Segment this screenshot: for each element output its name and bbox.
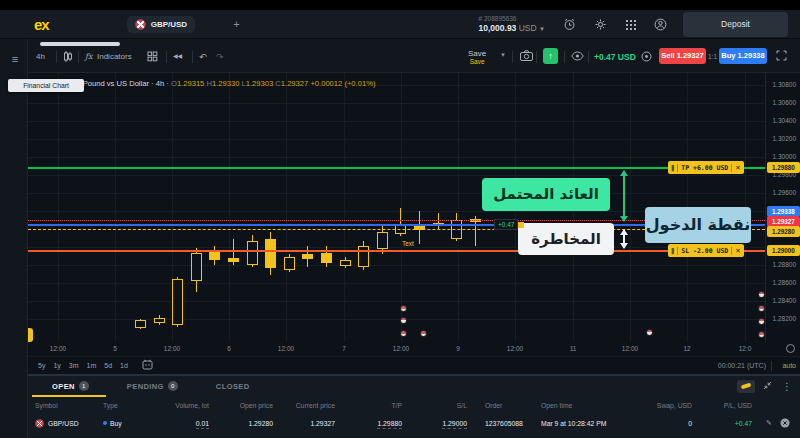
fx-icon[interactable]: ƒx bbox=[85, 52, 92, 61]
tab-pending[interactable]: PENDING0 bbox=[127, 381, 178, 391]
annotation-entry-point[interactable]: نقطة الدخول bbox=[645, 207, 751, 243]
stop-loss-line[interactable] bbox=[28, 250, 765, 252]
target-icon[interactable] bbox=[641, 51, 652, 64]
h-gridline bbox=[28, 265, 765, 266]
tp-price-badge: 1.29880 bbox=[767, 162, 800, 173]
row-volume[interactable]: 0.01 bbox=[196, 420, 209, 429]
event-marker-icon[interactable] bbox=[400, 317, 407, 324]
tp-label[interactable]: ∥TP +6.00 USD ✕ bbox=[668, 161, 744, 174]
settings-gear-icon[interactable] bbox=[594, 18, 607, 31]
account-number: # 208895636 bbox=[479, 15, 545, 23]
timeframe-button[interactable]: 4h bbox=[36, 52, 45, 61]
row-symbol: GBP/USD bbox=[48, 420, 79, 427]
sell-button[interactable]: Sell 1.29327 bbox=[659, 48, 706, 64]
chart-plot-area[interactable]: Great Britain Pound vs US Dollar · 4h · … bbox=[28, 73, 765, 342]
row-tp[interactable]: 1.29880 bbox=[377, 420, 402, 429]
annotation-risk[interactable]: المخاطرة bbox=[518, 223, 614, 255]
annotation-potential-return[interactable]: العائد المحتمل bbox=[482, 178, 610, 211]
range-1d[interactable]: 1d bbox=[120, 362, 128, 369]
session-clock[interactable]: 00:00:21 (UTC) bbox=[718, 362, 766, 369]
positions-panel: OPEN1 PENDING0 CLOSED ⋮ Symbol Type Volu… bbox=[28, 374, 800, 438]
account-switcher[interactable]: # 208895636 10,000.93 USD ▼ bbox=[479, 15, 545, 33]
save-button: Save bbox=[468, 49, 486, 58]
event-marker-icon[interactable] bbox=[758, 331, 765, 338]
price-tick: 1.30400 bbox=[766, 117, 796, 124]
take-profit-line[interactable] bbox=[28, 167, 765, 169]
instrument-tab-gbpusd[interactable]: GBP/USD bbox=[127, 16, 195, 33]
floating-pl: +0.47 USD bbox=[594, 52, 636, 62]
tab-open[interactable]: OPEN1 bbox=[52, 381, 89, 391]
profile-icon[interactable] bbox=[654, 18, 667, 31]
position-row[interactable]: GBP/USD Buy 0.01 1.29280 1.29327 1.29880… bbox=[28, 412, 800, 434]
event-marker-icon[interactable] bbox=[758, 318, 765, 325]
edit-position-icon[interactable]: ✎ bbox=[756, 419, 776, 427]
event-marker-icon[interactable] bbox=[758, 305, 765, 312]
h-gridline bbox=[28, 175, 765, 176]
risk-ratio: 1:1 bbox=[708, 53, 717, 60]
price-tick: 1.30200 bbox=[766, 135, 796, 142]
price-tick: 1.30800 bbox=[766, 81, 796, 88]
deposit-button[interactable]: Deposit bbox=[683, 12, 788, 37]
menu-hamburger-icon[interactable]: ≡ bbox=[8, 53, 22, 65]
h-gridline bbox=[28, 103, 765, 104]
account-currency: USD bbox=[519, 23, 537, 33]
price-tick: 1.29600 bbox=[766, 189, 796, 196]
calendar-icon[interactable] bbox=[142, 359, 153, 372]
account-balance: 10,000.93 bbox=[479, 23, 517, 33]
buy-button[interactable]: Buy 1.29338 bbox=[719, 48, 767, 64]
tab-scroll-indicator[interactable] bbox=[40, 42, 120, 46]
candlestick bbox=[191, 253, 202, 282]
event-marker-icon[interactable] bbox=[646, 329, 653, 336]
quick-buy-button[interactable]: ↑ bbox=[543, 48, 558, 64]
tp-close-icon[interactable]: ✕ bbox=[731, 164, 743, 172]
sl-close-icon[interactable]: ✕ bbox=[731, 247, 743, 255]
event-marker-icon[interactable] bbox=[400, 305, 407, 312]
row-open-price: 1.29280 bbox=[213, 420, 277, 427]
gbp-flag-icon bbox=[135, 19, 146, 30]
edge-marker bbox=[28, 328, 33, 342]
save-chevron-icon[interactable]: ▼ bbox=[500, 52, 506, 58]
event-marker-icon[interactable] bbox=[420, 330, 427, 337]
event-marker-icon[interactable] bbox=[400, 330, 407, 337]
camera-icon[interactable] bbox=[520, 50, 533, 63]
time-tick: 5 bbox=[113, 345, 117, 352]
save-tooltip: Save bbox=[468, 58, 486, 65]
chart-style-icon[interactable] bbox=[63, 51, 73, 64]
range-3m[interactable]: 3m bbox=[69, 362, 79, 369]
price-axis[interactable]: 1.29880 1.29338 1.29327 1.29280 1.29000 … bbox=[765, 73, 800, 342]
position-pl-tag[interactable]: +0.47 bbox=[494, 219, 518, 230]
range-1m[interactable]: 1m bbox=[87, 362, 97, 369]
collapse-panel-icon[interactable] bbox=[763, 381, 772, 392]
save-control[interactable]: Save Save bbox=[468, 49, 486, 65]
time-axis[interactable]: 12:00512:00612:00712:00912:001112:001212… bbox=[28, 342, 800, 356]
range-5y[interactable]: 5y bbox=[38, 362, 45, 369]
layout-grid-icon[interactable] bbox=[147, 51, 158, 64]
candlestick bbox=[247, 241, 258, 265]
text-note[interactable]: Text bbox=[402, 240, 414, 247]
time-tick: 12:00 bbox=[50, 345, 66, 352]
quick-marker-icon[interactable] bbox=[737, 380, 755, 393]
range-5d[interactable]: 5d bbox=[104, 362, 112, 369]
redo-icon[interactable]: ↷ bbox=[216, 52, 224, 62]
sl-label[interactable]: ∥SL -2.00 USD ✕ bbox=[668, 244, 744, 257]
add-instrument-button[interactable]: + bbox=[233, 18, 239, 30]
timezone-icon[interactable] bbox=[786, 344, 795, 353]
undo-icon[interactable]: ↶ bbox=[199, 52, 207, 62]
range-1y[interactable]: 1y bbox=[53, 362, 60, 369]
auto-scale-toggle[interactable]: auto bbox=[782, 362, 796, 369]
price-tick: 1.30600 bbox=[766, 99, 796, 106]
indicators-button[interactable]: Indicators bbox=[97, 52, 132, 61]
tab-closed[interactable]: CLOSED bbox=[216, 382, 250, 391]
candlestick bbox=[377, 232, 388, 249]
candlestick bbox=[265, 239, 276, 268]
h-gridline bbox=[28, 121, 765, 122]
alerts-icon[interactable] bbox=[563, 18, 576, 31]
fullscreen-icon[interactable] bbox=[776, 50, 787, 63]
rewind-icon[interactable]: ◀◀ bbox=[173, 52, 182, 59]
row-sl[interactable]: 1.29000 bbox=[442, 420, 467, 429]
eye-icon[interactable] bbox=[571, 51, 584, 63]
event-marker-icon[interactable] bbox=[758, 291, 765, 298]
close-position-icon[interactable] bbox=[776, 418, 794, 429]
panel-menu-dots-icon[interactable]: ⋮ bbox=[782, 381, 792, 392]
apps-grid-icon[interactable] bbox=[625, 19, 636, 30]
